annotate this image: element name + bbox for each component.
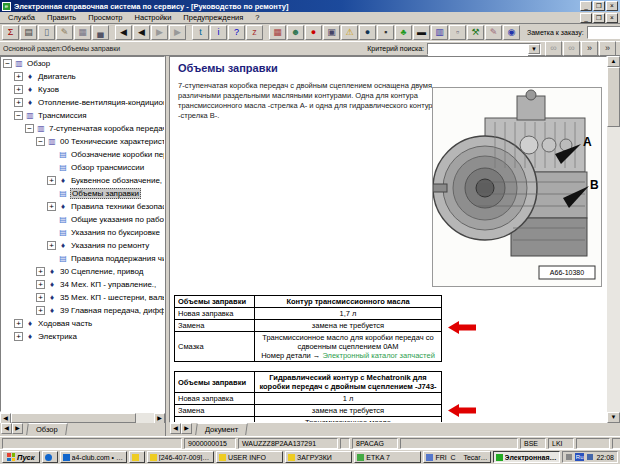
- menu-warnings[interactable]: Предупреждения: [177, 13, 249, 22]
- document-vertical-scrollbar[interactable]: ▲ ▼: [607, 56, 620, 423]
- tab-scroll-right-icon[interactable]: ▶: [12, 423, 23, 434]
- restore-button[interactable]: ❐: [593, 1, 605, 11]
- expand-icon[interactable]: +: [14, 319, 23, 328]
- nav-first-icon[interactable]: ◀: [115, 25, 132, 40]
- stop-icon[interactable]: ●: [305, 25, 322, 40]
- expand-icon[interactable]: +: [36, 280, 45, 289]
- tab-overview[interactable]: Обзор: [26, 423, 67, 435]
- tree-item[interactable]: +♦Правила техники безопасн: [1, 200, 164, 213]
- tree-item[interactable]: ▤Указания по буксировке: [1, 226, 164, 239]
- language-indicator[interactable]: Ru: [575, 453, 585, 461]
- search-combobox[interactable]: ▼: [427, 43, 541, 55]
- window-icon[interactable]: ▣: [323, 25, 340, 40]
- tab-document[interactable]: Документ: [195, 423, 248, 435]
- tree-item[interactable]: +♦30 Сцепление, привод: [1, 265, 164, 278]
- tab-scroll-right-icon[interactable]: ▶: [181, 423, 192, 434]
- tree-item[interactable]: ▤Объемы заправки: [1, 187, 164, 200]
- scrollbar-thumb[interactable]: [11, 413, 136, 423]
- collapse-icon[interactable]: −: [25, 124, 34, 133]
- repair-manual-icon[interactable]: ▥: [431, 25, 448, 40]
- taskbar-task[interactable]: [246-407-009] - Окно со...: [147, 451, 214, 463]
- tools-icon[interactable]: ⚒: [467, 25, 484, 40]
- start-button[interactable]: Пуск: [2, 451, 40, 463]
- close-button[interactable]: ×: [606, 1, 618, 11]
- tree-item[interactable]: −▥Трансмиссия: [1, 109, 164, 122]
- customer-icon[interactable]: ☻: [287, 25, 304, 40]
- tree-horizontal-scrollbar[interactable]: ◀ ▶: [0, 412, 165, 423]
- edit-document-icon[interactable]: ✎: [56, 25, 73, 40]
- tree-item[interactable]: +♦Кузов: [1, 83, 164, 96]
- tree-item[interactable]: −▥7-ступенчатая коробка передач: [1, 122, 164, 135]
- order-note-input[interactable]: [587, 26, 620, 39]
- nav-prev-icon[interactable]: ◀: [133, 25, 150, 40]
- tree-item[interactable]: +♦Электрика: [1, 330, 164, 343]
- expand-icon[interactable]: +: [14, 98, 23, 107]
- expand-icon[interactable]: +: [14, 332, 23, 341]
- tree-item[interactable]: +♦35 Мех. КП - шестерни, валы: [1, 291, 164, 304]
- expand-icon[interactable]: +: [14, 85, 23, 94]
- tab-scroll-left-icon[interactable]: ◀: [1, 423, 12, 434]
- mdi-minimize-button[interactable]: _: [580, 13, 592, 23]
- tree-item[interactable]: +♦Двигатель: [1, 70, 164, 83]
- zoom-icon[interactable]: z: [246, 25, 263, 40]
- taskbar-task[interactable]: FRI_C__Tecar Forum_...: [423, 451, 490, 463]
- export-icon[interactable]: ▦: [74, 25, 91, 40]
- tab-scroll-left-icon[interactable]: ◀: [170, 423, 181, 434]
- vehicle-icon[interactable]: ▄: [92, 25, 109, 40]
- menu-settings[interactable]: Настройки: [129, 13, 178, 22]
- expand-icon[interactable]: +: [47, 241, 56, 250]
- expand-icon[interactable]: +: [36, 267, 45, 276]
- print-icon[interactable]: ▤: [20, 25, 37, 40]
- menu-view[interactable]: Просмотр: [82, 13, 128, 22]
- tray-status-icon[interactable]: [566, 454, 572, 460]
- tree-item[interactable]: +♦Ходовая часть: [1, 317, 164, 330]
- car-black-icon[interactable]: ▬: [413, 25, 430, 40]
- parts-grid-icon[interactable]: ▦: [269, 25, 286, 40]
- tree-item[interactable]: −▥00 Технические характеристики: [1, 135, 164, 148]
- taskbar-task[interactable]: [129, 451, 145, 463]
- tree-item[interactable]: ▤Обозначение коробки передач: [1, 148, 164, 161]
- expand-icon[interactable]: +: [47, 202, 56, 211]
- minimize-button[interactable]: _: [580, 1, 592, 11]
- menu-edit[interactable]: Править: [41, 13, 82, 22]
- taskbar-task[interactable]: ЗАГРУЗКИ: [285, 451, 352, 463]
- exit-icon[interactable]: Σ: [2, 25, 19, 40]
- scrollbar-track[interactable]: [607, 127, 620, 412]
- expand-icon[interactable]: +: [14, 72, 23, 81]
- edit-order-icon[interactable]: ✎: [485, 25, 502, 40]
- tree-item[interactable]: +♦Буквенное обозначение, с: [1, 174, 164, 187]
- tree-item[interactable]: ▤Обзор трансмиссии: [1, 161, 164, 174]
- globe-icon[interactable]: ●: [359, 25, 376, 40]
- tray-volume-icon[interactable]: [587, 454, 593, 460]
- service-book-icon[interactable]: ♣: [395, 25, 412, 40]
- taskbar-task[interactable]: USER INFO: [216, 451, 283, 463]
- scrollbar-thumb[interactable]: [607, 67, 620, 127]
- collapse-icon[interactable]: −: [14, 111, 23, 120]
- menu-service[interactable]: Служба: [2, 13, 41, 22]
- result-last-icon[interactable]: »: [599, 41, 616, 56]
- parts-catalog-link[interactable]: Электронный каталог запчастей: [322, 351, 434, 360]
- tree-item[interactable]: +♦39 Главная передача, диффер: [1, 304, 164, 317]
- scrollbar-track[interactable]: [136, 413, 154, 423]
- expand-icon[interactable]: +: [36, 306, 45, 315]
- tree-item[interactable]: −▥Обзор: [1, 57, 164, 70]
- tree-item[interactable]: ▤Правила поддержания чистоты: [1, 252, 164, 265]
- search-input[interactable]: [428, 44, 528, 56]
- collapse-icon[interactable]: −: [36, 137, 45, 146]
- clock[interactable]: 22:08: [596, 454, 614, 461]
- taskbar-task-active[interactable]: Электронная справо...: [493, 451, 560, 463]
- menu-help[interactable]: ?: [249, 13, 265, 22]
- save-icon[interactable]: ▪: [377, 25, 394, 40]
- new-document-icon[interactable]: ▯: [38, 25, 55, 40]
- tree-item[interactable]: ▤Общие указания по работе: [1, 213, 164, 226]
- scroll-down-icon[interactable]: ▼: [607, 412, 620, 423]
- note-icon[interactable]: ▫: [449, 25, 466, 40]
- scroll-up-icon[interactable]: ▲: [607, 56, 620, 67]
- combo-dropdown-icon[interactable]: ▼: [528, 44, 540, 54]
- tree-item[interactable]: +♦34 Мех. КП - управление.,: [1, 278, 164, 291]
- mdi-restore-button[interactable]: ❐: [593, 13, 605, 23]
- warning-icon[interactable]: ⚠: [341, 25, 358, 40]
- expand-icon[interactable]: +: [36, 293, 45, 302]
- help-icon[interactable]: ?: [228, 25, 245, 40]
- taskbar-task[interactable]: ETKA 7: [354, 451, 421, 463]
